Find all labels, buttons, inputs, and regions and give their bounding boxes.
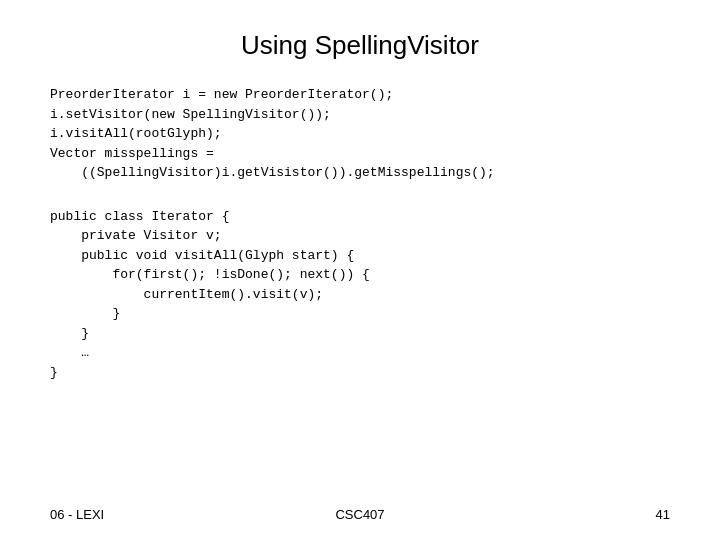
code-line-2-8: … (50, 343, 670, 363)
slide-container: Using SpellingVisitor PreorderIterator i… (0, 0, 720, 540)
code-line-1-3: i.visitAll(rootGlyph); (50, 124, 670, 144)
footer-left: 06 - LEXI (50, 507, 104, 522)
code-line-1-2: i.setVisitor(new SpellingVisitor()); (50, 105, 670, 125)
code-line-2-3: public void visitAll(Glyph start) { (50, 246, 670, 266)
code-line-2-2: private Visitor v; (50, 226, 670, 246)
code-line-2-6: } (50, 304, 670, 324)
code-line-2-4: for(first(); !isDone(); next()) { (50, 265, 670, 285)
footer-right: 41 (656, 507, 670, 522)
footer-center: CSC407 (335, 507, 384, 522)
slide-footer: 06 - LEXI CSC407 41 (50, 507, 670, 522)
code-block-1: PreorderIterator i = new PreorderIterato… (50, 85, 670, 183)
code-line-1-1: PreorderIterator i = new PreorderIterato… (50, 85, 670, 105)
code-line-2-9: } (50, 363, 670, 383)
slide-title: Using SpellingVisitor (50, 30, 670, 61)
code-line-2-7: } (50, 324, 670, 344)
code-line-1-5: ((SpellingVisitor)i.getVisistor()).getMi… (50, 163, 670, 183)
code-line-2-1: public class Iterator { (50, 207, 670, 227)
code-block-2: public class Iterator { private Visitor … (50, 207, 670, 383)
code-line-1-4: Vector misspellings = (50, 144, 670, 164)
code-line-2-5: currentItem().visit(v); (50, 285, 670, 305)
